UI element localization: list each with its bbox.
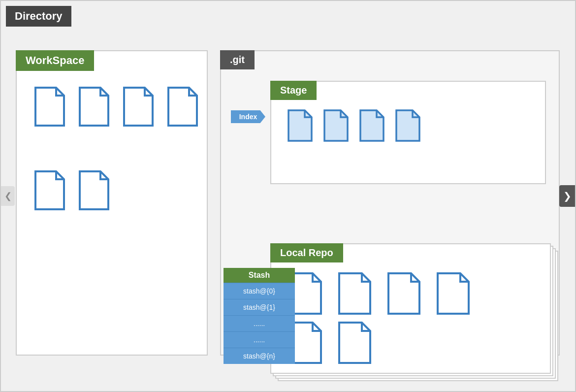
workspace-label: WorkSpace (16, 50, 94, 71)
stage-files (286, 109, 421, 142)
stack-card-front: Local Repo (270, 243, 551, 374)
stage-file-1 (286, 109, 313, 142)
stash-panel: Stash stash@{0} stash@{1} ...... ...... … (224, 268, 295, 364)
directory-label: Directory (6, 6, 71, 27)
local-repo-label: Local Repo (270, 243, 343, 262)
index-arrow-label: Index (231, 110, 265, 123)
workspace-file-6 (76, 169, 110, 211)
nav-arrow-right[interactable]: ❯ (559, 185, 575, 207)
workspace-file-1 (32, 86, 66, 128)
workspace-file-5 (32, 169, 66, 211)
git-label: .git (220, 50, 255, 69)
stage-label: Stage (270, 81, 317, 100)
stage-file-3 (358, 109, 385, 142)
index-arrow: Index (231, 110, 265, 123)
workspace-file-3 (120, 86, 155, 128)
local-file-2 (335, 271, 372, 316)
nav-arrow-left[interactable]: ❮ (1, 186, 15, 206)
git-panel: .git Index Stage (220, 50, 560, 356)
stage-file-4 (394, 109, 421, 142)
workspace-file-4 (164, 86, 199, 128)
stash-item-1: stash@{1} (224, 299, 295, 315)
local-repo-stack: Local Repo (270, 243, 551, 381)
workspace-files-row2 (32, 169, 115, 211)
local-file-4 (434, 271, 471, 316)
local-repo-files-row1 (286, 271, 471, 316)
stage-file-2 (322, 109, 349, 142)
workspace-file-2 (76, 86, 110, 128)
main-container: Directory ❮ ❯ WorkSpace (0, 0, 576, 392)
stash-header: Stash (224, 268, 295, 283)
local-file-3 (384, 271, 421, 316)
stage-panel: Stage (270, 81, 546, 184)
local-file-6 (335, 321, 372, 365)
stash-item-0: stash@{0} (224, 283, 295, 299)
stash-item-dots-1: ...... (224, 315, 295, 331)
stash-item-n: stash@{n} (224, 348, 295, 364)
local-repo-files-row2 (286, 321, 372, 365)
stash-item-dots-2: ...... (224, 331, 295, 348)
workspace-panel: WorkSpace (16, 50, 208, 356)
